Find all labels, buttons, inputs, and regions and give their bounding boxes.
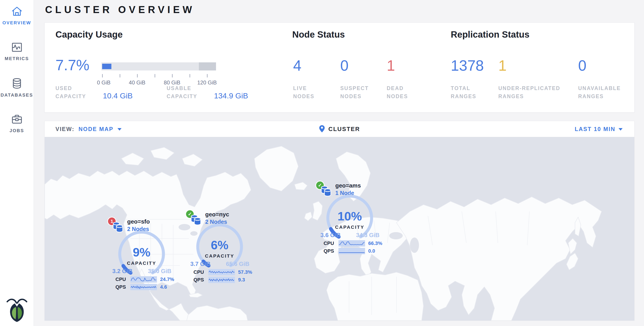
total-capacity: 35.0 GiB: [148, 268, 171, 275]
capacity-usage-title: Capacity Usage: [56, 29, 123, 40]
sidebar-item-label: DATABASES: [0, 93, 34, 98]
summary-panel: Capacity Usage 7.7% 0 GiB 40 GiB 80 GiB …: [44, 22, 634, 113]
qps-value: 9.3: [238, 277, 245, 283]
used-capacity-label: USED CAPACITY: [56, 84, 86, 100]
locality-geo-nyc[interactable]: ✓ geo=nyc 2 Nodes 6% CAPACITY 3.7 GiB 65…: [186, 203, 272, 285]
node-map-panel: VIEW: NODE MAP CLUSTER LAST 10 MIN: [44, 121, 634, 321]
live-nodes-label: LIVE NODES: [293, 84, 314, 100]
database-icon: [0, 78, 34, 90]
qps-label: QPS: [194, 277, 205, 283]
node-status-title: Node Status: [292, 29, 345, 40]
home-icon: [0, 6, 34, 18]
usable-capacity-label: USABLE CAPACITY: [167, 84, 197, 100]
capacity-label: CAPACITY: [114, 261, 169, 266]
cpu-label: CPU: [194, 269, 205, 275]
suspect-nodes-value: 0: [340, 57, 348, 74]
dead-nodes-value: 1: [387, 57, 395, 74]
cockroachdb-logo: [4, 297, 29, 323]
cpu-label: CPU: [324, 240, 335, 246]
chevron-down-icon: [618, 128, 622, 131]
time-range-value: LAST 10 MIN: [575, 126, 615, 132]
qps-label: QPS: [116, 284, 127, 290]
total-ranges-label: TOTAL RANGES: [451, 84, 476, 100]
sidebar-item-label: METRICS: [0, 56, 34, 61]
dead-nodes-label: DEAD NODES: [387, 84, 408, 100]
cluster-overview-page: OVERVIEW METRICS DATABASES JOBS: [0, 0, 644, 326]
used-capacity: 3.7 GiB: [190, 261, 210, 267]
world-map: 1 geo=sfo 2 Nodes 9% CAPACITY 3.2 GiB 35…: [45, 137, 634, 321]
view-selector[interactable]: NODE MAP: [78, 126, 114, 132]
cpu-label: CPU: [116, 277, 127, 282]
view-label: VIEW:: [56, 126, 74, 132]
capacity-usage-bar: 0 GiB 40 GiB 80 GiB 120 GiB: [102, 62, 216, 89]
capacity-bar-used-fill: [102, 64, 112, 69]
chevron-down-icon[interactable]: [118, 128, 122, 131]
used-capacity-value: 10.4 GiB: [103, 91, 132, 100]
capacity-percent: 10%: [323, 209, 377, 223]
under-replicated-ranges-label: UNDER-REPLICATED RANGES: [498, 84, 560, 100]
sidebar-item-jobs[interactable]: JOBS: [0, 114, 34, 133]
bar-tick-label: 120 GiB: [197, 79, 217, 86]
usable-capacity-value: 134.9 GiB: [214, 91, 248, 100]
sidebar-item-metrics[interactable]: METRICS: [0, 42, 34, 61]
qps-value: 0.0: [368, 248, 375, 254]
used-capacity: 3.2 GiB: [112, 268, 132, 275]
sidebar: OVERVIEW METRICS DATABASES JOBS: [0, 0, 34, 326]
map-pin-icon: [319, 125, 325, 134]
sidebar-item-label: JOBS: [0, 128, 34, 133]
page-title: CLUSTER OVERVIEW: [45, 4, 195, 15]
bar-tick-label: 40 GiB: [129, 79, 145, 86]
locality-name: geo=ams: [335, 182, 361, 189]
cpu-sparkline: [208, 269, 235, 275]
unavailable-ranges-value: 0: [578, 57, 586, 74]
live-nodes-value: 4: [293, 57, 302, 74]
locality-geo-sfo[interactable]: 1 geo=sfo 2 Nodes 9% CAPACITY 3.2 GiB 35…: [108, 210, 194, 293]
qps-sparkline: [208, 277, 235, 283]
breadcrumb-cluster: CLUSTER: [328, 126, 360, 133]
suspect-nodes-label: SUSPECT NODES: [340, 84, 369, 100]
cpu-sparkline: [130, 276, 157, 283]
capacity-percent: 6%: [192, 238, 247, 252]
cpu-sparkline: [338, 240, 365, 247]
capacity-usage-percent: 7.7%: [56, 56, 89, 74]
locality-geo-ams[interactable]: ✓ geo=ams 1 Node 10% CAPACITY 3.6 GiB 34…: [316, 174, 402, 256]
locality-name: geo=sfo: [127, 218, 150, 225]
capacity-percent: 9%: [114, 245, 169, 259]
unavailable-ranges-label: UNAVAILABLE RANGES: [578, 84, 621, 100]
qps-label: QPS: [324, 248, 335, 254]
qps-value: 4.6: [160, 284, 167, 290]
metrics-icon: [0, 42, 34, 54]
sidebar-item-label: OVERVIEW: [0, 20, 34, 25]
sidebar-item-overview[interactable]: OVERVIEW: [0, 6, 34, 25]
cpu-value: 66.3%: [368, 240, 382, 246]
capacity-bar-other-segment: [199, 62, 216, 70]
used-capacity: 3.6 GiB: [320, 232, 341, 239]
capacity-label: CAPACITY: [323, 224, 377, 230]
capacity-label: CAPACITY: [192, 253, 247, 259]
total-capacity: 34.3 GiB: [356, 232, 380, 239]
qps-sparkline: [130, 284, 157, 290]
sidebar-item-databases[interactable]: DATABASES: [0, 78, 34, 98]
under-replicated-ranges-value: 1: [498, 57, 507, 74]
total-capacity: 65.6 GiB: [226, 261, 250, 267]
cpu-value: 24.7%: [160, 277, 174, 282]
total-ranges-value: 1378: [451, 57, 484, 74]
locality-name: geo=nyc: [205, 211, 229, 218]
bar-tick-label: 0 GiB: [97, 79, 110, 86]
cpu-value: 57.3%: [238, 269, 252, 275]
briefcase-icon: [0, 114, 34, 126]
time-range-selector[interactable]: LAST 10 MIN: [575, 121, 622, 137]
map-toolbar: VIEW: NODE MAP CLUSTER LAST 10 MIN: [45, 121, 634, 137]
qps-sparkline: [338, 248, 365, 254]
replication-status-title: Replication Status: [451, 29, 530, 40]
